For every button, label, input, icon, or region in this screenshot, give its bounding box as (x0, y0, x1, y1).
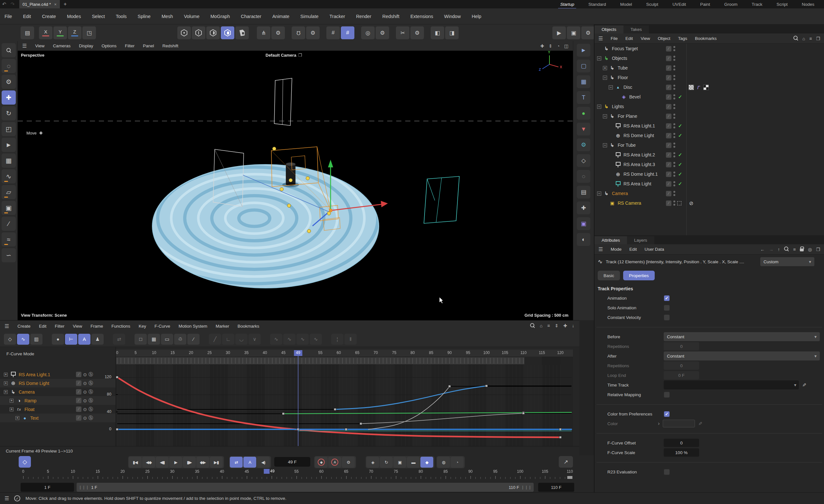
timeline-menu-item[interactable]: Key (139, 324, 146, 329)
object-menu-item[interactable]: View (640, 36, 650, 41)
attribute-header-icon[interactable]: ← (760, 247, 765, 252)
expander-icon[interactable] (609, 182, 613, 186)
playback-button[interactable]: ▶ (169, 457, 182, 468)
viewport-header-icon[interactable]: ✚ (540, 43, 544, 48)
object-tag-icon[interactable] (696, 85, 701, 90)
eyedropper-icon[interactable]: ✎ (801, 383, 807, 387)
tool-button[interactable]: ▱ (2, 185, 16, 199)
dock-button[interactable]: ✚ (577, 201, 590, 214)
new-tab-button[interactable]: + (60, 1, 71, 7)
toolbar-button[interactable]: # (326, 26, 340, 39)
toolbar-button[interactable]: ⚙ (376, 26, 389, 39)
timeline-hamburger-icon[interactable]: ☰ (4, 323, 9, 329)
object-name[interactable]: RS Area Light (623, 181, 651, 186)
timeline-tool-button[interactable]: ● (52, 334, 64, 345)
object-menu-item[interactable]: File (611, 36, 618, 41)
attribute-menu-item[interactable]: Edit (629, 247, 637, 252)
toolbar-button[interactable]: ⚙ (271, 26, 285, 39)
layout-tab[interactable]: UVEdit (672, 1, 687, 8)
dock-button[interactable]: ► (577, 44, 590, 57)
visibility-dots[interactable] (674, 133, 675, 138)
object-tree-row[interactable]: + Tube ∕ (595, 63, 824, 73)
object-tree-row[interactable]: − Lights ∕ (595, 102, 824, 111)
tool-button[interactable]: ▣ (2, 201, 16, 215)
object-tree-row[interactable]: Focus Target ∕ (595, 44, 824, 54)
timeline-tool-button[interactable]: ◇ (4, 334, 16, 345)
object-name[interactable]: Objects (612, 56, 627, 61)
layout-tab[interactable]: Startup (559, 1, 575, 8)
visibility-dots[interactable] (674, 191, 675, 196)
expander-icon[interactable]: − (609, 85, 613, 90)
expander-icon[interactable] (609, 133, 613, 138)
value-field[interactable]: 0 (664, 439, 699, 447)
expander-icon[interactable]: − (597, 105, 601, 109)
visibility-dots[interactable] (674, 75, 675, 80)
checkbox[interactable] (664, 411, 670, 417)
timeline-tool-button[interactable]: ∿ (296, 334, 309, 345)
toolbar-button[interactable]: ✂ (396, 26, 409, 39)
playback-button[interactable]: ◀▮ (156, 457, 169, 468)
object-tree-row[interactable]: RS Dome Light ∕ ✓ (595, 131, 824, 140)
expander-icon[interactable]: + (4, 381, 8, 385)
layer-chip-icon[interactable]: ∕ (666, 191, 672, 196)
playback-button[interactable]: ◆▶ (196, 457, 209, 468)
layer-chip-icon[interactable]: ∕ (666, 142, 672, 148)
axis-lock-button[interactable]: X (39, 26, 53, 39)
layer-chip-icon[interactable]: ∕ (666, 181, 672, 187)
tool-button[interactable]: ∽ (2, 248, 16, 262)
document-tab[interactable]: 01_Plane.c4d * × (19, 0, 60, 8)
texture-mode-button[interactable] (235, 26, 249, 39)
dock-button[interactable]: ▼ (577, 123, 590, 135)
track-name[interactable]: RS Dome Light (19, 381, 49, 386)
pencil-chip-icon[interactable]: ∕ (76, 406, 82, 412)
object-name[interactable]: Tube (618, 65, 628, 71)
object-tree-row[interactable]: RS Area Light ∕ ✓ (595, 179, 824, 189)
timeline-menu-item[interactable]: Filter (55, 324, 64, 329)
layer-chip-icon[interactable]: ∕ (666, 94, 672, 100)
layer-chip-icon[interactable]: ∕ (666, 201, 672, 206)
object-tree-row[interactable]: Bevel ∕ ✓ (595, 92, 824, 102)
view-label[interactable]: Perspective (21, 53, 44, 58)
layer-chip-icon[interactable]: ∕ (666, 123, 672, 129)
expander-icon[interactable] (609, 172, 613, 176)
timeline-tool-button[interactable]: ♟ (91, 334, 104, 345)
enabled-check-icon[interactable]: ✓ (677, 123, 683, 129)
axis-lock-button[interactable]: Z (68, 26, 82, 39)
redo-button[interactable]: ↷ (8, 1, 17, 7)
timeline-tool-button[interactable]: ∿ (283, 334, 296, 345)
timeline-menu-item[interactable]: Motion System (179, 324, 207, 329)
object-tree-row[interactable]: RS Dome Light.1 ∕ ✓ (595, 169, 824, 179)
expander-icon[interactable] (603, 201, 607, 205)
solo-button[interactable]: ◍ (437, 457, 450, 468)
object-name[interactable]: RS Dome Light (623, 133, 654, 138)
visibility-dots[interactable] (674, 114, 675, 119)
panel-tab[interactable]: Objects (595, 25, 623, 33)
layer-chip-icon[interactable]: ∕ (666, 65, 672, 71)
dock-button[interactable]: ▣ (577, 217, 590, 230)
timeline-tool-button[interactable]: ⇄ (113, 334, 125, 345)
points-mode-button[interactable] (177, 26, 191, 39)
toolbar-button[interactable]: ◧ (431, 26, 444, 39)
timeline-menu-item[interactable]: Frame (90, 324, 103, 329)
panel-tab[interactable]: Attributes (595, 236, 627, 244)
panel-tab[interactable]: Takes (623, 25, 649, 33)
viewport-menu-item[interactable]: Options (101, 43, 116, 48)
current-frame-field[interactable]: 49 F (274, 457, 310, 467)
object-name[interactable]: For Plane (618, 114, 637, 119)
timeline-header-icon[interactable] (530, 323, 535, 329)
menu-item[interactable]: Volume (184, 14, 199, 19)
timeline-tool-button[interactable]: ∟ (222, 334, 234, 345)
enabled-check-icon[interactable]: ✓ (677, 162, 683, 167)
tool-button[interactable]: ► (2, 138, 16, 152)
enabled-check-icon[interactable]: ✓ (677, 152, 683, 158)
checkbox[interactable] (664, 295, 670, 301)
fcurve-track-row[interactable]: + RS Dome Light ∕ ⊙ Ⓢ (0, 379, 116, 388)
menu-item[interactable]: Tracker (330, 14, 345, 19)
object-tree-row[interactable]: RS Area Light.2 ∕ ✓ (595, 150, 824, 160)
solo-icon[interactable]: Ⓢ (89, 415, 93, 421)
preview-range-slider[interactable]: ❘❘❘ 1 F 110 F ❘❘❘ (77, 483, 534, 492)
tool-button[interactable]: ◰ (2, 122, 16, 136)
object-name[interactable]: For Tube (618, 142, 636, 148)
toolbar-button[interactable]: Ω (292, 26, 305, 39)
pencil-chip-icon[interactable]: ∕ (76, 389, 82, 395)
